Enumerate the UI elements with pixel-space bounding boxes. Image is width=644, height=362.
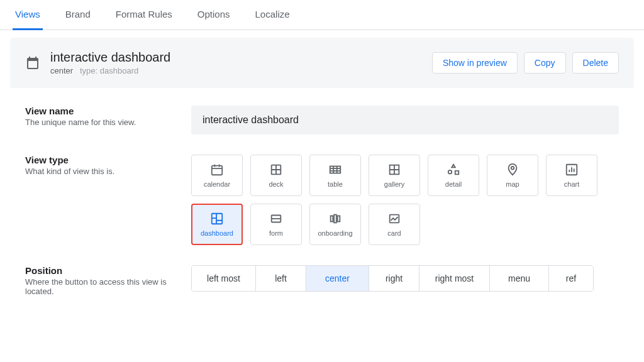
type-tile-label: chart: [564, 180, 579, 188]
position-left-most[interactable]: left most: [192, 266, 256, 291]
type-tile-label: table: [328, 180, 343, 188]
tab-views[interactable]: Views: [13, 0, 43, 30]
type-tile-chart[interactable]: chart: [546, 155, 597, 196]
position-menu[interactable]: menu: [490, 266, 549, 291]
view-type-label: View type: [25, 155, 176, 165]
svg-rect-10: [338, 216, 340, 221]
gallery-icon: [387, 163, 401, 177]
svg-rect-2: [330, 167, 341, 173]
field-view-type: View type What kind of view this is. cal…: [25, 155, 619, 245]
type-tile-label: card: [387, 229, 401, 237]
type-tile-onboarding[interactable]: onboarding: [309, 204, 361, 245]
type-tile-dashboard[interactable]: dashboard: [191, 204, 243, 245]
svg-rect-9: [334, 215, 336, 223]
header-position: center: [50, 66, 73, 75]
type-tile-label: onboarding: [318, 229, 352, 237]
header-type-prefix: type:: [80, 66, 97, 75]
field-position: Position Where the button to access this…: [25, 265, 619, 296]
table-icon: [328, 163, 342, 177]
chart-icon: [565, 163, 579, 177]
tab-format-rules[interactable]: Format Rules: [113, 0, 175, 30]
header-title-block: interactive dashboard center type: dashb…: [50, 50, 170, 75]
view-type-desc: What kind of view this is.: [25, 167, 176, 176]
type-tile-gallery[interactable]: gallery: [369, 155, 420, 196]
type-tile-label: deck: [269, 180, 283, 188]
type-tile-detail[interactable]: detail: [428, 155, 479, 196]
delete-button[interactable]: Delete: [572, 52, 619, 74]
view-name-input[interactable]: [191, 106, 619, 134]
type-tile-map[interactable]: map: [487, 155, 538, 196]
position-segmented: left most left center right right most m…: [191, 265, 594, 292]
field-label-col: View name The unique name for this view.: [25, 106, 176, 134]
type-tile-label: detail: [445, 180, 462, 188]
svg-rect-8: [331, 216, 333, 221]
svg-point-4: [511, 167, 514, 170]
position-label: Position: [25, 265, 176, 276]
header-left: interactive dashboard center type: dashb…: [25, 50, 170, 75]
show-in-preview-button[interactable]: Show in preview: [432, 52, 518, 74]
position-right[interactable]: right: [369, 266, 419, 291]
type-tile-label: dashboard: [201, 229, 233, 237]
type-tile-form[interactable]: form: [250, 204, 302, 245]
calendar-icon: [210, 163, 224, 177]
map-pin-icon: [506, 163, 519, 177]
dashboard-icon: [210, 212, 224, 226]
page-title: interactive dashboard: [50, 50, 170, 65]
position-right-most[interactable]: right most: [419, 266, 490, 291]
position-left[interactable]: left: [256, 266, 306, 291]
view-name-label: View name: [25, 106, 176, 116]
position-center[interactable]: center: [306, 266, 369, 291]
header-actions: Show in preview Copy Delete: [432, 52, 619, 74]
type-tile-label: gallery: [384, 180, 404, 188]
tab-brand[interactable]: Brand: [63, 0, 93, 30]
view-header: interactive dashboard center type: dashb…: [10, 38, 634, 88]
field-input-col: left most left center right right most m…: [191, 265, 619, 296]
type-tile-card[interactable]: card: [369, 204, 420, 245]
view-name-desc: The unique name for this view.: [25, 118, 176, 127]
form-icon: [269, 212, 283, 226]
type-tile-label: calendar: [204, 180, 230, 188]
deck-icon: [269, 163, 283, 177]
onboarding-icon: [328, 212, 342, 226]
detail-icon: [447, 163, 460, 177]
content: View name The unique name for this view.…: [10, 88, 634, 334]
type-tile-table[interactable]: table: [309, 155, 361, 196]
view-type-grid: calendar deck table: [191, 155, 619, 245]
type-tile-label: form: [269, 229, 283, 237]
tab-localize[interactable]: Localize: [253, 0, 292, 30]
type-tile-calendar[interactable]: calendar: [191, 155, 243, 196]
header-subtitle: center type: dashboard: [50, 66, 170, 75]
field-label-col: View type What kind of view this is.: [25, 155, 176, 245]
header-type-value: dashboard: [100, 66, 138, 75]
type-tile-deck[interactable]: deck: [250, 155, 302, 196]
field-input-col: [191, 106, 619, 134]
position-desc: Where the button to access this view is …: [25, 277, 176, 296]
primary-tabs: Views Brand Format Rules Options Localiz…: [0, 0, 644, 30]
field-view-name: View name The unique name for this view.: [25, 106, 619, 134]
field-input-col: calendar deck table: [191, 155, 619, 245]
svg-rect-0: [212, 166, 223, 175]
position-ref[interactable]: ref: [549, 266, 593, 291]
copy-button[interactable]: Copy: [524, 52, 566, 74]
tab-options[interactable]: Options: [195, 0, 233, 30]
type-tile-label: map: [506, 180, 519, 188]
card-icon: [387, 212, 401, 226]
calendar-filled-icon: [25, 55, 40, 70]
field-label-col: Position Where the button to access this…: [25, 265, 176, 296]
